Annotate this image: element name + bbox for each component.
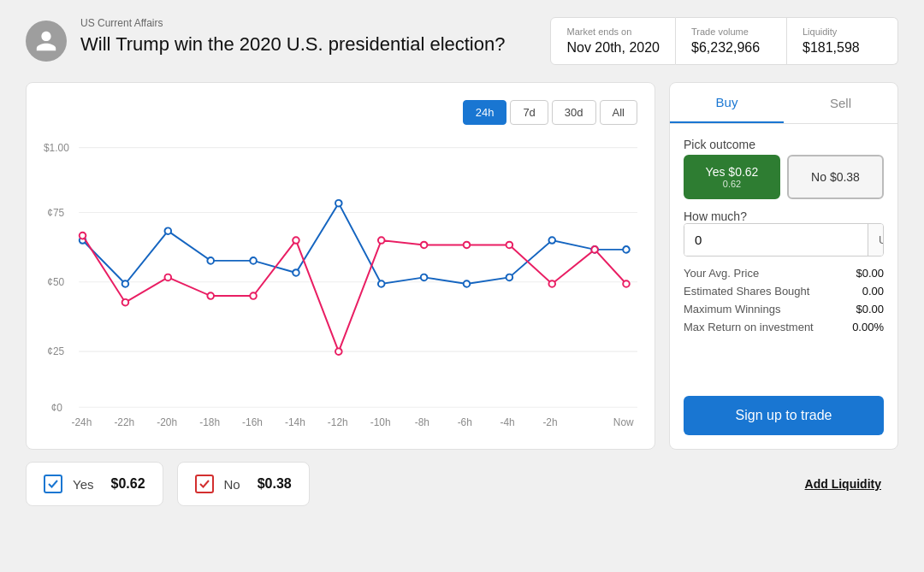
y-label-50: ¢50 (47, 276, 64, 288)
bottom-row: Yes $0.62 No $0.38 Add Liquidity (26, 462, 898, 506)
chart-dot-pink (548, 280, 555, 287)
chart-dot-pink (335, 348, 342, 355)
chart-dot-pink (80, 233, 86, 239)
svg-text:-6h: -6h (458, 416, 472, 428)
svg-text:-16h: -16h (242, 416, 263, 428)
yes-outcome-button[interactable]: Yes $0.62 0.62 (684, 155, 780, 199)
pick-outcome-label: Pick outcome (684, 138, 884, 151)
chart-dot-blue (122, 280, 129, 287)
svg-text:-22h: -22h (114, 416, 134, 428)
trade-tabs: Buy Sell (670, 83, 897, 124)
chart-dot-pink (250, 292, 257, 299)
liquidity-stat: Liquidity $181,598 (787, 17, 898, 65)
no-card-label: No (224, 477, 240, 492)
chart-dot-pink (122, 299, 129, 306)
y-label-0: ¢0 (51, 402, 63, 414)
y-label-100: $1.00 (44, 142, 69, 154)
svg-text:-20h: -20h (157, 416, 177, 428)
no-checkbox[interactable] (195, 475, 214, 493)
chart-panel: 24h 7d 30d All $1.00 ¢75 ¢50 ¢25 ¢0 (26, 82, 655, 450)
y-label-25: ¢25 (47, 345, 64, 357)
chart-dot-blue (335, 200, 342, 207)
chart-dot-pink (591, 246, 598, 253)
yes-label: Yes $0.62 (706, 165, 759, 179)
trade-stats: Your Avg. Price $0.00 Estimated Shares B… (684, 267, 884, 333)
time-btn-24h[interactable]: 24h (463, 100, 507, 125)
outcome-buttons: Yes $0.62 0.62 No $0.38 (684, 155, 884, 199)
chart-dot-blue (623, 246, 630, 253)
svg-text:-8h: -8h (415, 416, 429, 428)
add-liquidity-link[interactable]: Add Liquidity (805, 477, 898, 491)
tab-buy[interactable]: Buy (670, 83, 784, 123)
tab-sell[interactable]: Sell (784, 83, 897, 123)
no-outcome-button[interactable]: No $0.38 (787, 155, 884, 199)
yes-sub-value: 0.62 (692, 179, 772, 189)
shares-row: Estimated Shares Bought 0.00 (684, 285, 884, 298)
svg-text:Now: Now (613, 416, 634, 428)
chart-dot-blue (548, 237, 555, 244)
chart-dot-pink (623, 280, 630, 287)
svg-text:-4h: -4h (500, 416, 515, 428)
trade-panel: Buy Sell Pick outcome Yes $0.62 0.62 No … (669, 82, 898, 450)
chart-dot-blue (250, 257, 257, 264)
avatar (26, 21, 67, 62)
trade-body: Pick outcome Yes $0.62 0.62 No $0.38 How… (670, 124, 897, 449)
chart-dot-pink (464, 242, 471, 249)
max-return-row: Max Return on investment 0.00% (684, 321, 884, 333)
time-btn-7d[interactable]: 7d (510, 100, 548, 125)
question-title: Will Trump win the 2020 U.S. presidentia… (80, 32, 536, 57)
chart-dot-blue (378, 280, 385, 287)
svg-text:-12h: -12h (328, 416, 348, 428)
market-ends-stat: Market ends on Nov 20th, 2020 (550, 17, 676, 65)
svg-text:-18h: -18h (199, 416, 220, 428)
time-btn-30d[interactable]: 30d (552, 100, 596, 125)
chart-dot-pink (165, 274, 172, 281)
yes-checkbox[interactable] (44, 475, 62, 493)
chart-dot-pink (293, 237, 299, 244)
how-much-label: How much? (684, 209, 884, 223)
avg-price-row: Your Avg. Price $0.00 (684, 267, 884, 280)
chart-dot-pink (421, 242, 428, 249)
svg-text:-14h: -14h (285, 416, 305, 428)
svg-text:-10h: -10h (370, 416, 391, 428)
trade-volume-stat: Trade volume $6,232,966 (676, 17, 787, 65)
chart-dot-blue (293, 269, 299, 276)
yes-outcome-card: Yes $0.62 (26, 462, 163, 506)
category-label: US Current Affairs (80, 17, 536, 29)
svg-text:-24h: -24h (72, 416, 92, 428)
amount-input[interactable] (684, 224, 868, 256)
chart-dot-blue (506, 274, 513, 281)
y-label-75: ¢75 (47, 207, 64, 219)
yes-card-price: $0.62 (110, 476, 145, 492)
chart-dot-blue (464, 280, 471, 287)
amount-input-row: USDC (684, 223, 884, 257)
currency-label: USDC (868, 224, 884, 256)
chart-dot-blue (165, 227, 172, 234)
header-stats: Market ends on Nov 20th, 2020 Trade volu… (550, 17, 898, 65)
sign-up-button[interactable]: Sign up to trade (684, 396, 884, 435)
no-outcome-card: No $0.38 (177, 462, 310, 506)
chart-dot-pink (506, 242, 513, 249)
no-card-price: $0.38 (258, 476, 292, 492)
time-btn-all[interactable]: All (600, 100, 637, 125)
chart-toolbar: 24h 7d 30d All (44, 100, 637, 125)
chart-area: $1.00 ¢75 ¢50 ¢25 ¢0 (44, 139, 637, 429)
yes-card-label: Yes (73, 477, 93, 492)
chart-dot-blue (207, 257, 214, 264)
chart-dot-pink (378, 237, 385, 244)
max-winnings-row: Maximum Winnings $0.00 (684, 303, 884, 315)
svg-text:-2h: -2h (542, 416, 557, 428)
chart-dot-pink (207, 292, 214, 299)
no-label: No $0.38 (811, 170, 860, 184)
chart-dot-blue (421, 274, 428, 281)
